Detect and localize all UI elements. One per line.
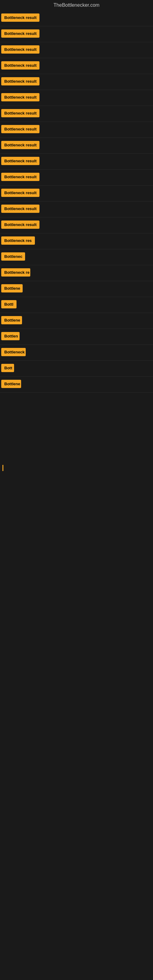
bottleneck-badge-2[interactable]: Bottleneck result: [1, 45, 40, 54]
thin-bar-1: [2, 465, 3, 471]
bottleneck-badge-4[interactable]: Bottleneck result: [1, 77, 40, 86]
bottleneck-badge-7[interactable]: Bottleneck result: [1, 125, 40, 133]
result-row-16: Bottleneck re: [0, 265, 153, 281]
site-header: TheBottlenecker.com: [0, 0, 153, 10]
result-row-17: Bottlene: [0, 281, 153, 297]
result-row-6: Bottleneck result: [0, 106, 153, 122]
bottleneck-badge-19[interactable]: Bottlene: [1, 316, 22, 324]
result-row-14: Bottleneck res: [0, 233, 153, 249]
bottleneck-badge-23[interactable]: Bottlene: [1, 380, 21, 388]
bottleneck-badge-8[interactable]: Bottleneck result: [1, 141, 40, 149]
result-row-7: Bottleneck result: [0, 122, 153, 138]
bottleneck-badge-16[interactable]: Bottleneck re: [1, 268, 30, 277]
result-row-4: Bottleneck result: [0, 74, 153, 90]
bottleneck-badge-14[interactable]: Bottleneck res: [1, 236, 35, 245]
result-row-15: Bottlenec: [0, 249, 153, 265]
bottom-section: [0, 405, 153, 660]
site-title: TheBottlenecker.com: [0, 0, 153, 10]
result-row-18: Bottl: [0, 297, 153, 313]
result-row-9: Bottleneck result: [0, 154, 153, 170]
result-row-1: Bottleneck result: [0, 26, 153, 42]
bottleneck-badge-17[interactable]: Bottlene: [1, 284, 22, 293]
bottleneck-badge-21[interactable]: Bottleneck: [1, 348, 26, 356]
result-row-22: Bott: [0, 361, 153, 377]
bottleneck-badge-13[interactable]: Bottleneck result: [1, 221, 40, 229]
bottleneck-badge-9[interactable]: Bottleneck result: [1, 157, 40, 165]
result-row-13: Bottleneck result: [0, 218, 153, 233]
result-row-19: Bottlene: [0, 313, 153, 329]
bottleneck-badge-18[interactable]: Bottl: [1, 300, 16, 309]
results-list: Bottleneck resultBottleneck resultBottle…: [0, 10, 153, 393]
bottleneck-badge-15[interactable]: Bottlenec: [1, 252, 25, 261]
bottleneck-badge-22[interactable]: Bott: [1, 364, 14, 372]
bottleneck-badge-10[interactable]: Bottleneck result: [1, 173, 40, 181]
bottleneck-badge-5[interactable]: Bottleneck result: [1, 93, 40, 101]
result-row-8: Bottleneck result: [0, 138, 153, 154]
bottleneck-badge-12[interactable]: Bottleneck result: [1, 205, 40, 213]
result-row-11: Bottleneck result: [0, 186, 153, 202]
bottleneck-badge-6[interactable]: Bottleneck result: [1, 109, 40, 117]
bottleneck-badge-0[interactable]: Bottleneck result: [1, 13, 40, 22]
result-row-12: Bottleneck result: [0, 202, 153, 218]
result-row-20: Bottlen: [0, 329, 153, 345]
result-row-5: Bottleneck result: [0, 90, 153, 106]
result-row-2: Bottleneck result: [0, 42, 153, 58]
result-row-21: Bottleneck: [0, 345, 153, 361]
result-row-10: Bottleneck result: [0, 170, 153, 186]
bottleneck-badge-11[interactable]: Bottleneck result: [1, 189, 40, 197]
result-row-23: Bottlene: [0, 377, 153, 393]
result-row-3: Bottleneck result: [0, 58, 153, 74]
bottleneck-badge-3[interactable]: Bottleneck result: [1, 61, 40, 70]
bottleneck-badge-20[interactable]: Bottlen: [1, 332, 19, 340]
result-row-0: Bottleneck result: [0, 10, 153, 26]
bottleneck-badge-1[interactable]: Bottleneck result: [1, 29, 40, 38]
